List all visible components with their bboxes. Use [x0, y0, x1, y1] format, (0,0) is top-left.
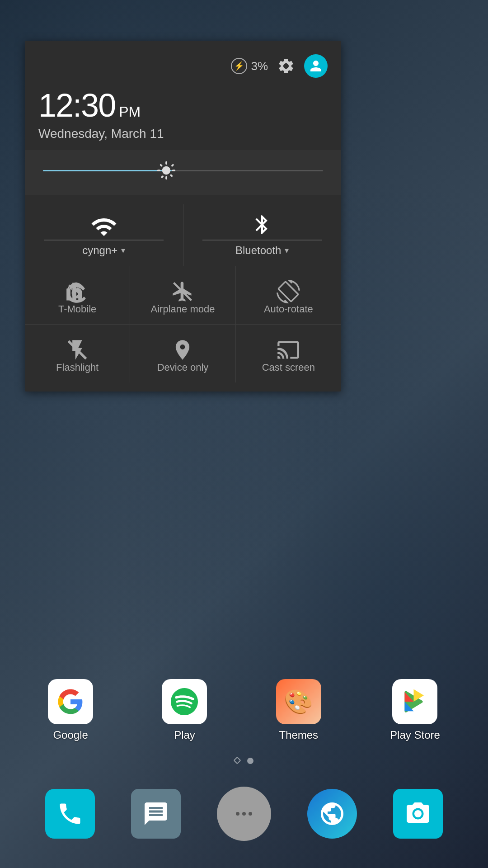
gear-icon	[277, 57, 295, 75]
cast-tile[interactable]: Cast screen	[236, 325, 341, 382]
airplane-label: Airplane mode	[151, 303, 215, 315]
time-display: 12:30PM	[38, 87, 328, 124]
battery-icon	[231, 58, 247, 74]
app-shortcuts-row: Google Play 🎨 Themes	[0, 679, 488, 741]
svg-point-5	[414, 810, 422, 817]
brightness-thumb[interactable]	[155, 159, 178, 182]
bluetooth-label: Bluetooth	[235, 244, 281, 257]
time-period: PM	[119, 104, 141, 120]
cast-label: Cast screen	[262, 362, 315, 373]
bluetooth-toggle[interactable]: Bluetooth ▾	[183, 204, 342, 266]
flashlight-icon	[66, 338, 89, 362]
person-icon	[308, 58, 324, 74]
home-dot-2	[247, 758, 253, 764]
tmobile-label: T-Mobile	[58, 303, 96, 315]
wifi-bluetooth-row: cyngn+ ▾ Bluetooth ▾	[25, 204, 341, 266]
wifi-toggle[interactable]: cyngn+ ▾	[25, 204, 183, 266]
browser-app[interactable]	[307, 789, 357, 839]
messages-app[interactable]	[131, 789, 181, 839]
time-value: 12:30	[38, 87, 115, 123]
autorotate-tile[interactable]: Auto-rotate	[236, 266, 341, 325]
airplane-icon	[171, 280, 194, 303]
themes-shortcut[interactable]: 🎨 Themes	[276, 679, 321, 741]
flashlight-label: Flashlight	[56, 362, 99, 373]
nav-dock	[0, 787, 488, 841]
autorotate-label: Auto-rotate	[264, 303, 313, 315]
google-icon	[48, 679, 93, 724]
brightness-track	[43, 170, 323, 171]
wifi-dropdown-arrow[interactable]: ▾	[121, 245, 125, 255]
playstore-icon	[392, 679, 437, 724]
brightness-section	[25, 150, 341, 195]
playstore-label: Play Store	[390, 729, 440, 741]
themes-label: Themes	[279, 729, 318, 741]
wifi-icon	[90, 213, 117, 236]
google-shortcut[interactable]: Google	[48, 679, 93, 741]
play-music-icon	[162, 679, 207, 724]
google-label: Google	[53, 729, 88, 741]
wifi-divider	[44, 240, 164, 241]
playstore-shortcut[interactable]: Play Store	[390, 679, 440, 741]
location-tile[interactable]: Device only	[130, 325, 235, 382]
wifi-label: cyngn+	[82, 244, 117, 257]
svg-point-3	[242, 812, 246, 816]
brightness-slider[interactable]	[43, 159, 323, 182]
panel-header: 3% 12:30PM Wednesday, March 11	[25, 41, 341, 150]
phone-app[interactable]	[45, 789, 95, 839]
bluetooth-icon	[251, 213, 273, 236]
status-bar: 3%	[38, 54, 328, 78]
launcher-app[interactable]	[217, 787, 271, 841]
quick-toggles: cyngn+ ▾ Bluetooth ▾	[25, 195, 341, 392]
themes-icon: 🎨	[276, 679, 321, 724]
signal-bars-icon	[66, 280, 89, 303]
quick-tiles-grid: T-Mobile Airplane mode Auto-rotate	[25, 266, 341, 382]
battery-percent: 3%	[251, 59, 268, 73]
tmobile-tile[interactable]: T-Mobile	[25, 266, 130, 325]
airplane-tile[interactable]: Airplane mode	[130, 266, 235, 325]
play-label: Play	[174, 729, 195, 741]
bluetooth-label-row: Bluetooth ▾	[235, 244, 289, 257]
svg-point-4	[249, 812, 252, 816]
user-avatar[interactable]	[304, 54, 328, 78]
home-screen: Google Play 🎨 Themes	[0, 475, 488, 868]
flashlight-tile[interactable]: Flashlight	[25, 325, 130, 382]
brightness-fill	[43, 170, 172, 171]
svg-point-2	[236, 812, 239, 816]
brightness-sun-icon	[156, 160, 176, 180]
date-display: Wednesday, March 11	[38, 127, 328, 141]
camera-app[interactable]	[393, 789, 443, 839]
bluetooth-divider	[202, 240, 322, 241]
home-indicators	[235, 758, 253, 764]
battery-indicator: 3%	[231, 58, 268, 74]
wifi-label-row: cyngn+ ▾	[82, 244, 125, 257]
settings-button[interactable]	[277, 57, 295, 75]
quick-settings-panel: 3% 12:30PM Wednesday, March 11	[25, 41, 341, 392]
bluetooth-dropdown-arrow[interactable]: ▾	[285, 245, 289, 255]
play-shortcut[interactable]: Play	[162, 679, 207, 741]
rotate-icon	[277, 280, 300, 303]
cast-icon	[277, 338, 300, 362]
location-icon	[171, 338, 194, 362]
location-label: Device only	[157, 362, 209, 373]
home-dot-1	[234, 757, 241, 764]
